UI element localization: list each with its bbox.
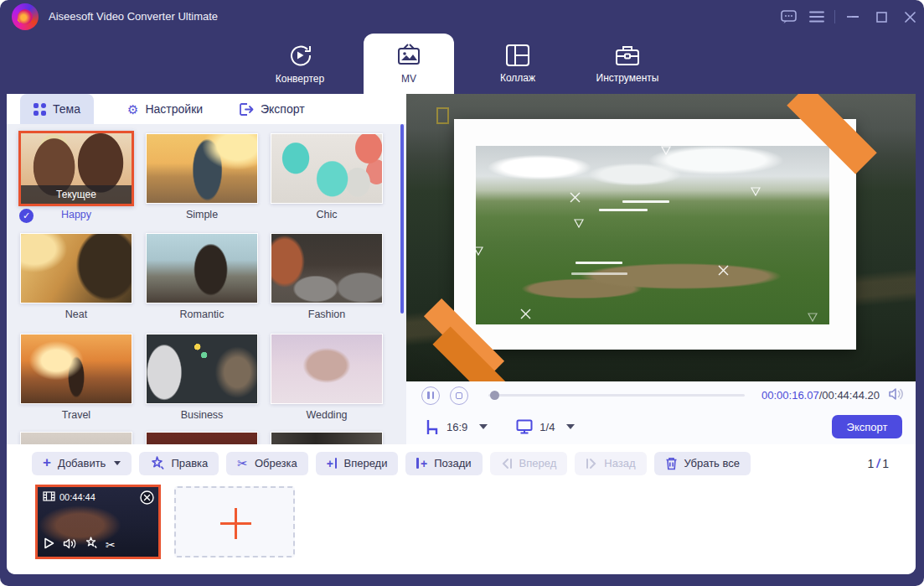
tab-theme-label: Тема [53,102,80,116]
stop-button[interactable] [450,386,468,405]
feedback-icon[interactable] [774,0,803,34]
preview-screen-icon [516,419,533,434]
menu-icon[interactable] [803,0,831,34]
tab-tools-label: Инструменты [596,72,659,84]
move-back-icon [586,458,597,469]
tab-mv[interactable]: MV [364,34,454,94]
main-nav: Конвертер MV Коллаж Инструменты [0,34,924,94]
theme-simple-image [147,134,257,203]
clip-actions: ✂ [44,537,116,552]
clip-counter: 1/1 [868,457,889,470]
theme-more-thumb[interactable] [20,432,132,444]
clip-volume-icon[interactable] [63,537,76,552]
video-preview [406,94,916,381]
move-back-button[interactable]: Назад [575,452,646,475]
theme-more-image [147,433,257,444]
theme-travel-image [21,334,132,403]
aspect-dropdown-icon[interactable] [479,424,488,429]
move-forward-icon [501,458,513,469]
clip-strip: 00:44:44 ✂ [7,482,916,574]
theme-fashion-thumb[interactable] [271,233,383,303]
preview-page-value[interactable]: 1/4 [539,421,555,433]
insert-front-label: Впереди [343,457,387,469]
clip-play-icon[interactable] [44,537,54,552]
converter-icon [287,43,312,68]
theme-neat-image [21,234,132,303]
clip-trim-icon[interactable]: ✂ [106,538,116,552]
theme-more-image [271,433,382,444]
tab-tools[interactable]: Инструменты [576,34,679,94]
theme-wedding-thumb[interactable] [271,334,383,404]
move-forward-button[interactable]: Вперед [490,452,568,475]
maximize-button[interactable] [867,0,896,34]
theme-wedding-image [271,334,382,403]
theme-scrollbar[interactable] [400,124,404,314]
preview-settings: 16:9 1/4 Экспорт [406,409,916,444]
theme-simple-thumb[interactable] [146,133,258,204]
theme-romantic-image [147,234,257,303]
triangle-decor-icon [473,246,483,256]
add-clip-placeholder[interactable] [174,486,295,557]
clip-thumbnail[interactable]: 00:44:44 ✂ [35,485,161,559]
clip-edit-icon[interactable] [85,537,97,552]
mv-icon [395,43,422,68]
export-panel-icon [240,103,254,116]
export-button[interactable]: Экспорт [832,415,902,438]
pause-icon [427,392,434,399]
theme-grid-icon [34,103,46,116]
tab-export[interactable]: Экспорт [226,94,318,124]
seek-handle[interactable] [490,391,499,400]
theme-more-thumb[interactable] [271,432,383,444]
theme-happy-thumb[interactable]: Текущее [18,131,134,206]
theme-neat-label: Neat [20,309,132,320]
edit-button[interactable]: Правка [139,452,219,475]
time-total: /00:44:44.20 [819,389,880,402]
trim-button[interactable]: ✂ Обрезка [226,452,307,475]
theme-travel-label: Travel [20,409,132,421]
tab-converter[interactable]: Конвертер [250,34,350,94]
playback-controls: 00:00:16.07/00:44:44.20 [406,381,916,409]
pause-button[interactable] [421,386,440,405]
clip-counter-total: 1 [882,457,889,470]
trim-label: Обрезка [255,457,297,469]
theme-business-thumb[interactable] [146,334,258,404]
theme-romantic-thumb[interactable] [146,233,258,303]
theme-more-thumb[interactable] [146,432,258,444]
line-decor [571,272,627,275]
app-title: Aiseesoft Video Converter Ultimate [49,10,218,23]
toolbox-icon [615,44,640,67]
titlebar-divider [834,10,835,23]
add-clip-plus-icon [220,522,251,525]
gear-icon: ⚙ [127,103,138,116]
clip-duration: 00:44:44 [59,492,95,502]
minimize-button[interactable] [839,0,867,34]
clip-counter-sep: / [874,457,882,470]
remove-all-label: Убрать все [684,457,740,469]
remove-all-button[interactable]: Убрать все [654,452,751,475]
tab-settings[interactable]: ⚙ Настройки [114,94,216,124]
app-logo-icon [12,3,39,30]
close-button[interactable] [896,0,924,34]
theme-business-image [147,334,257,403]
theme-neat-thumb[interactable] [20,233,132,303]
add-dropdown-icon [114,461,121,465]
insert-front-button[interactable]: + Впереди [316,452,399,475]
add-button[interactable]: + Добавить [32,452,132,475]
theme-travel-thumb[interactable] [20,334,132,404]
aspect-ratio-value[interactable]: 16:9 [447,421,467,433]
theme-chic-thumb[interactable] [271,133,383,204]
triangle-decor-icon [808,313,818,322]
preview-page-dropdown-icon[interactable] [566,424,575,429]
tab-collage-label: Коллаж [500,72,535,84]
seek-slider[interactable] [488,394,745,397]
theme-fashion-label: Fashion [271,309,383,320]
volume-icon[interactable] [888,387,904,404]
insert-behind-button[interactable]: + Позади [405,452,482,475]
magic-wand-icon [150,456,164,470]
tab-settings-label: Настройки [145,102,203,116]
theme-fashion-image [271,234,382,303]
clip-remove-icon[interactable] [140,490,154,508]
time-current: 00:00:16.07 [761,389,819,402]
tab-theme[interactable]: Тема [20,94,94,124]
tab-collage[interactable]: Коллаж [467,34,568,94]
